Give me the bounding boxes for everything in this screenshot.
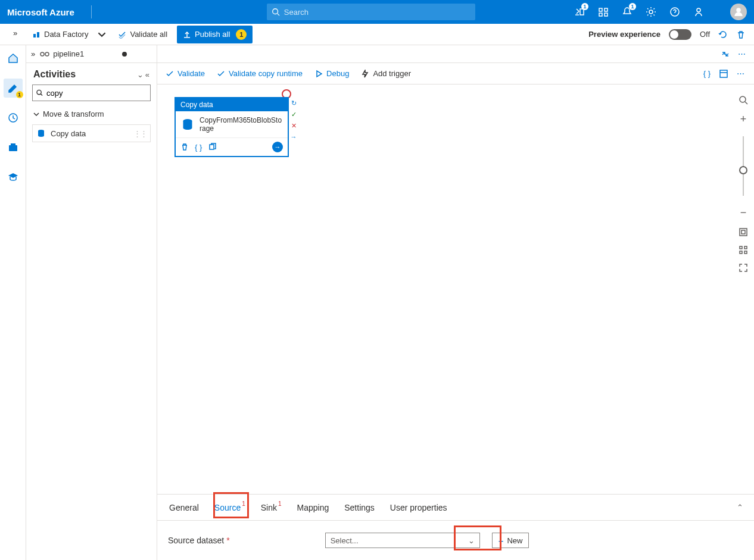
left-nav-bar: 1	[0, 45, 26, 560]
global-search-input[interactable]	[284, 8, 471, 17]
pipeline-canvas[interactable]: Copy data CopyFromM365toBlobStorage { } …	[157, 85, 754, 494]
tab-settings[interactable]: Settings	[343, 497, 376, 518]
zoom-search-icon[interactable]	[739, 95, 748, 105]
global-search[interactable]	[267, 4, 475, 20]
add-trigger-label: Add trigger	[373, 69, 411, 78]
tab-userprops-label: User properties	[390, 503, 447, 512]
tab-pipeline[interactable]: pipeline1	[40, 49, 127, 58]
data-factory-label: Data Factory	[44, 30, 88, 39]
activities-search[interactable]	[32, 85, 151, 101]
tab-mapping[interactable]: Mapping	[296, 497, 331, 518]
add-trigger-button[interactable]: Add trigger	[361, 69, 411, 78]
collapse-properties-icon[interactable]: ⌃	[737, 503, 743, 512]
svg-rect-3	[605, 8, 607, 11]
editor-tab-actions: ⋯	[157, 45, 754, 63]
tab-source[interactable]: Source1	[213, 497, 247, 518]
debug-label: Debug	[326, 69, 349, 78]
nav-manage[interactable]	[4, 138, 23, 157]
fullscreen-icon[interactable]	[739, 263, 748, 273]
delete-node-icon[interactable]	[180, 143, 189, 151]
activity-group-label: Move & transform	[43, 110, 104, 118]
cloud-shell-button[interactable]: 1	[569, 2, 590, 22]
source-dataset-select[interactable]: Select... ⌄	[325, 533, 480, 548]
zoom-thumb[interactable]	[739, 166, 747, 174]
publish-count-badge: 1	[236, 29, 247, 40]
svg-rect-30	[740, 251, 742, 254]
activity-item-label: Copy data	[51, 129, 86, 138]
zoom-in-icon[interactable]: +	[740, 113, 747, 126]
node-name-label: CopyFromM365toBlobStorage	[200, 116, 283, 133]
refresh-icon: ↻	[289, 99, 298, 107]
activity-group-move-transform[interactable]: Move & transform	[26, 106, 157, 122]
activities-header: Activities ⌄«	[26, 63, 157, 85]
notifications-button[interactable]: 1	[617, 2, 637, 22]
collapse-left-icon[interactable]: »	[13, 29, 17, 37]
feedback-button[interactable]	[688, 2, 709, 22]
nav-monitor[interactable]	[4, 108, 23, 127]
code-view-icon[interactable]: { }	[703, 69, 711, 79]
chevron-down-icon	[33, 111, 39, 117]
tab-pipeline-label: pipeline1	[53, 49, 84, 58]
layout-icon[interactable]	[739, 245, 748, 255]
canvas-toolbar-right: { } ⋯	[703, 69, 746, 79]
account-avatar[interactable]	[730, 4, 747, 20]
settings-button[interactable]	[641, 2, 661, 22]
data-factory-dropdown[interactable]: Data Factory	[26, 24, 112, 45]
copy-data-node[interactable]: Copy data CopyFromM365toBlobStorage { } …	[175, 98, 288, 157]
delete-icon[interactable]	[736, 30, 746, 39]
new-dataset-button[interactable]: + New	[492, 533, 529, 548]
fit-to-screen-icon[interactable]	[739, 227, 748, 237]
svg-rect-28	[740, 246, 742, 249]
node-code-icon[interactable]: { }	[195, 143, 202, 152]
clone-node-icon[interactable]	[208, 143, 216, 151]
search-icon	[36, 89, 43, 96]
tab-sink[interactable]: Sink1	[260, 497, 283, 518]
svg-line-25	[745, 102, 747, 104]
more-icon[interactable]: ⋯	[737, 69, 746, 79]
search-icon	[272, 8, 280, 16]
tab-general[interactable]: General	[168, 497, 200, 518]
completion-output-icon: →	[289, 133, 298, 141]
zoom-slider[interactable]	[743, 136, 744, 196]
notif-badge: 1	[629, 3, 636, 10]
zoom-out-icon[interactable]: −	[740, 207, 747, 219]
plus-icon: +	[498, 536, 504, 546]
help-button[interactable]	[665, 2, 685, 22]
directory-button[interactable]	[593, 2, 613, 22]
node-body: CopyFromM365toBlobStorage	[176, 111, 288, 137]
validate-all-button[interactable]: Validate all	[112, 24, 173, 45]
svg-rect-14	[11, 143, 15, 145]
activities-collapse[interactable]: ⌄«	[137, 70, 149, 79]
tab-user-properties[interactable]: User properties	[389, 497, 448, 518]
nav-author[interactable]: 1	[4, 79, 23, 98]
publish-all-button[interactable]: Publish all 1	[177, 26, 253, 43]
nav-home[interactable]	[4, 49, 23, 68]
top-icon-bar: 1 1	[569, 2, 747, 22]
svg-rect-27	[741, 230, 745, 234]
validate-copy-runtime-button[interactable]: Validate copy runtime	[217, 69, 303, 78]
refresh-icon[interactable]	[718, 30, 728, 39]
svg-rect-26	[740, 229, 747, 236]
node-output-port-icon[interactable]: →	[272, 142, 283, 152]
svg-rect-11	[37, 32, 39, 37]
dirty-indicator-icon	[122, 52, 127, 57]
preview-toggle[interactable]	[669, 29, 691, 40]
svg-rect-5	[605, 13, 607, 16]
toggle-state-label: Off	[700, 30, 710, 39]
activity-copy-data[interactable]: Copy data ⋮⋮	[32, 124, 151, 142]
nav-learn[interactable]	[4, 168, 23, 187]
divider	[91, 5, 92, 18]
expand-icon[interactable]	[721, 50, 730, 58]
node-header: Copy data	[176, 98, 288, 111]
activities-search-input[interactable]	[46, 89, 147, 98]
expand-tabs-icon[interactable]: »	[31, 49, 35, 58]
more-icon[interactable]: ⋯	[738, 49, 747, 58]
parameters-icon[interactable]	[719, 69, 728, 79]
chevron-down-icon	[98, 30, 106, 39]
debug-button[interactable]: Debug	[314, 69, 349, 78]
validate-button[interactable]: Validate	[166, 69, 205, 78]
canvas-toolbar: Validate Validate copy runtime Debug Add…	[157, 63, 754, 85]
success-output-icon: ✓	[289, 110, 298, 118]
author-badge: 1	[16, 91, 23, 98]
source-error-badge: 1	[242, 500, 245, 507]
